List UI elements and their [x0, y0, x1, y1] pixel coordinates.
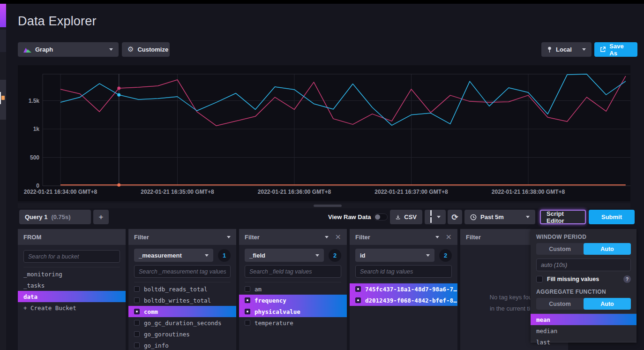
view-type-label: Graph: [35, 46, 53, 53]
tag-value-label: 745fc437-18a1-48d7-98a6-7…: [365, 286, 457, 293]
tag-value-item[interactable]: temperature: [239, 317, 347, 328]
checkbox[interactable]: [355, 286, 361, 292]
close-icon[interactable]: ×: [335, 233, 341, 241]
csv-download-button[interactable]: CSV: [390, 210, 422, 224]
x-axis-tick-label: 2022-01-21 16:37:00 GMT+8: [374, 189, 448, 195]
query-duration: (0.75s): [51, 213, 70, 221]
chevron-down-icon[interactable]: [435, 236, 439, 238]
close-icon[interactable]: ×: [446, 233, 452, 241]
window-period-input[interactable]: [536, 259, 631, 271]
checkbox[interactable]: [134, 331, 140, 337]
customize-button[interactable]: ⚙ Customize: [122, 42, 170, 57]
filter-panel-title: Filter: [134, 234, 149, 241]
tag-value-item[interactable]: am: [239, 283, 347, 295]
fill-missing-values-label: Fill missing values: [547, 276, 599, 282]
bucket-list-item[interactable]: data: [18, 291, 126, 302]
local-dropdown[interactable]: Local: [541, 42, 592, 57]
checkbox[interactable]: [134, 320, 140, 326]
tag-value-search-input[interactable]: [134, 265, 231, 278]
pause-icon: [430, 210, 433, 224]
selected-count-badge: 2: [439, 249, 452, 262]
bucket-list-item[interactable]: _tasks: [18, 280, 126, 291]
chevron-down-icon[interactable]: [325, 236, 329, 238]
time-range-dropdown[interactable]: Past 5m: [464, 210, 535, 224]
tag-key-dropdown[interactable]: id: [355, 249, 434, 262]
save-as-label: Save As: [609, 43, 632, 57]
tag-key-dropdown[interactable]: _measurement: [134, 249, 213, 262]
help-icon[interactable]: ?: [623, 275, 631, 283]
query-builder: FROM _monitoring_tasksdata+ Create Bucke…: [0, 229, 644, 350]
tag-value-label: go_goroutines: [144, 331, 190, 338]
chevron-down-icon: [315, 254, 319, 257]
script-editor-button[interactable]: Script Editor: [540, 210, 586, 224]
script-editor-label: Script Editor: [547, 210, 579, 224]
selected-count-badge: 2: [329, 249, 341, 262]
tag-value-item[interactable]: go_info: [128, 340, 236, 350]
submit-button[interactable]: Submit: [589, 210, 635, 224]
fill-missing-values-checkbox[interactable]: [536, 276, 543, 282]
pause-button[interactable]: [425, 210, 446, 224]
tag-value-item[interactable]: comm: [128, 306, 236, 317]
checkbox[interactable]: [134, 297, 140, 303]
tag-value-search-input[interactable]: [355, 265, 452, 278]
query-tab[interactable]: Query 1 (0.75s): [19, 210, 91, 224]
checkbox[interactable]: [245, 309, 250, 314]
auto-option[interactable]: Auto: [584, 298, 631, 310]
tag-value-item[interactable]: physicalvalue: [239, 306, 347, 317]
tag-value-list: boltdb_reads_totalboltdb_writes_totalcom…: [128, 282, 236, 350]
chevron-down-icon: [205, 254, 209, 257]
hover-point: [117, 183, 120, 187]
nav-item-group[interactable]: [0, 30, 6, 52]
tag-value-item[interactable]: boltdb_writes_total: [128, 295, 236, 306]
tag-key-label: _measurement: [139, 252, 182, 259]
window-period-title: WINDOW PERIOD: [531, 229, 637, 242]
tag-value-item[interactable]: go_gc_duration_seconds: [128, 317, 236, 328]
chart-scrollbar-track[interactable]: [18, 203, 630, 208]
pin-icon: [547, 46, 552, 53]
tag-value-label: d2012439-f068-4842-bfef-8…: [365, 297, 457, 304]
tag-value-label: boltdb_reads_total: [144, 286, 207, 293]
bucket-search-input[interactable]: [23, 250, 120, 263]
tag-key-dropdown[interactable]: _field: [245, 249, 324, 262]
aggregate-function-item[interactable]: last: [531, 336, 637, 348]
save-as-button[interactable]: Save As: [594, 42, 637, 57]
tag-value-search-input[interactable]: [245, 265, 341, 278]
checkbox[interactable]: [355, 297, 361, 303]
tag-value-item[interactable]: frequency: [239, 295, 347, 306]
tag-value-item[interactable]: go_goroutines: [128, 328, 236, 340]
bucket-list-item[interactable]: _monitoring: [18, 268, 126, 280]
refresh-button[interactable]: ⟳: [448, 210, 462, 224]
toggle-knob: [375, 214, 380, 220]
view-type-dropdown[interactable]: Graph: [18, 42, 119, 57]
app-logo[interactable]: [0, 4, 6, 27]
checkbox[interactable]: [134, 342, 140, 348]
add-query-button[interactable]: +: [93, 210, 109, 224]
y-axis-tick-label: 0: [36, 183, 39, 189]
filter-panel-header: Filter×: [350, 229, 457, 245]
checkbox[interactable]: [245, 297, 250, 303]
tag-value-item[interactable]: d2012439-f068-4842-bfef-8…: [350, 295, 457, 306]
custom-option[interactable]: Custom: [536, 243, 584, 255]
create-bucket-action[interactable]: + Create Bucket: [18, 302, 126, 313]
y-axis-tick-label: 500: [30, 154, 39, 161]
custom-option[interactable]: Custom: [536, 298, 584, 310]
time-series-chart[interactable]: 05001k1.5k2022-01-21 16:34:00 GMT+82022-…: [18, 65, 630, 201]
export-icon: [600, 46, 606, 53]
chart-scrollbar-thumb[interactable]: [314, 205, 342, 207]
local-label: Local: [556, 46, 572, 53]
filter-panel-header: Filter×: [239, 229, 347, 245]
auto-option[interactable]: Auto: [584, 243, 631, 255]
checkbox[interactable]: [134, 309, 140, 314]
checkbox[interactable]: [134, 286, 140, 292]
aggregate-function-item[interactable]: median: [531, 325, 637, 336]
page-title: Data Explorer: [18, 14, 97, 29]
aggregate-function-item[interactable]: mean: [531, 314, 637, 325]
view-raw-data-toggle[interactable]: [374, 213, 388, 221]
tag-value-item[interactable]: 745fc437-18a1-48d7-98a6-7…: [350, 283, 457, 295]
bucket-list: _monitoring_tasksdata+ Create Bucket: [18, 267, 126, 313]
checkbox[interactable]: [245, 320, 250, 326]
x-axis-tick-label: 2022-01-21 16:34:00 GMT+8: [24, 189, 97, 195]
tag-value-item[interactable]: boltdb_reads_total: [128, 283, 236, 295]
chevron-down-icon[interactable]: [227, 236, 231, 238]
checkbox[interactable]: [245, 286, 250, 292]
